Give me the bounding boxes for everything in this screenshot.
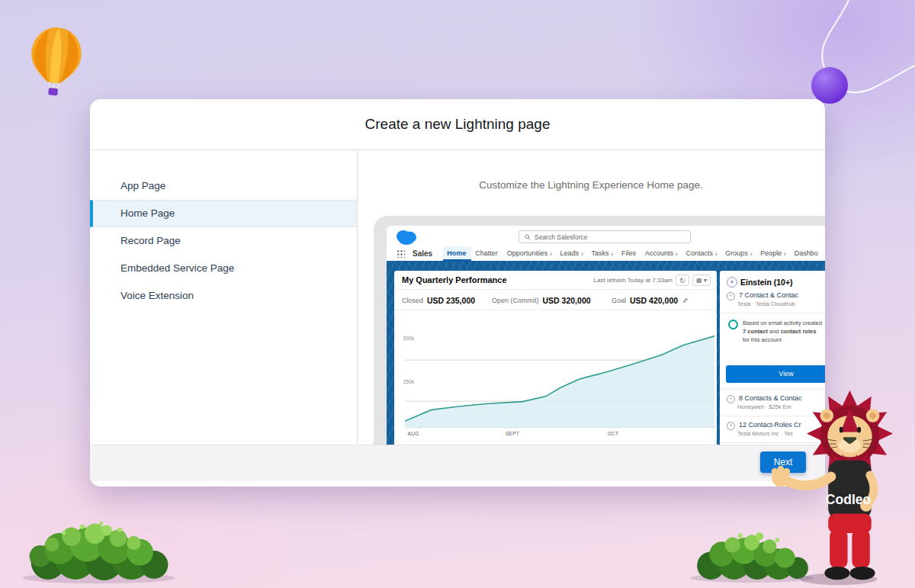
stat-closed: Closed USD 235,000 (402, 291, 475, 310)
stat-goal: Goal USD 420,000 ✎ (612, 291, 688, 310)
header-divider (90, 149, 825, 150)
einstein-item-subtitle: Tesla · Tesla Cloudhub (737, 300, 795, 307)
dialog-footer (90, 445, 825, 481)
card-header: My Quarterly Performance Last refresh To… (394, 271, 717, 290)
salesforce-logo (395, 229, 418, 246)
x-axis-tick: OCT (608, 431, 619, 436)
search-placeholder: Search Salesforce (535, 233, 587, 241)
sidebar-item-embedded-service-page[interactable]: Embedded Service Page (90, 255, 357, 282)
page-description: Customize the Lightning Experience Home … (357, 179, 825, 191)
hot-air-balloon-illustration (27, 25, 84, 99)
x-axis-tick: AUG (408, 431, 419, 436)
performance-stats: Closed USD 235,000 Open (Commit) USD 320… (394, 291, 717, 310)
mascot-shirt-text: Codleo (826, 492, 872, 507)
preview-tab-people: People∨ (756, 246, 790, 261)
card-title: My Quarterly Performance (402, 275, 507, 284)
refresh-icon: ↻ (676, 275, 689, 286)
preview-tab-contacts: Contacts∨ (682, 246, 721, 261)
app-name: Sales (413, 246, 432, 261)
quarterly-performance-card: My Quarterly Performance Last refresh To… (394, 271, 717, 445)
einstein-icon: ✦ (727, 277, 737, 288)
preview-tab-chatter: Chatter (471, 246, 503, 261)
sidebar-item-voice-extension[interactable]: Voice Extension (90, 282, 357, 310)
stat-open-commit: Open (Commit) USD 320,000 (492, 291, 591, 310)
create-lightning-page-dialog: Create a new Lightning page App Page Hom… (90, 99, 825, 487)
einstein-insight-text: Based on email activity created 7 contac… (743, 320, 822, 345)
divider (720, 313, 825, 313)
insight-bullet-icon (728, 320, 738, 329)
sidebar-item-label: Voice Extension (120, 290, 194, 301)
dialog-title: Create a new Lightning page (90, 116, 825, 133)
view-button: View (726, 365, 825, 383)
sidebar-divider (357, 150, 358, 445)
preview-tab-files: Files (618, 246, 641, 261)
plus-circle-icon: + (727, 292, 735, 300)
chart-picker-icon: ▦ ▾ (692, 275, 711, 286)
sidebar-item-record-page[interactable]: Record Page (90, 227, 357, 255)
page-background: Create a new Lightning page App Page Hom… (0, 0, 915, 588)
page-type-list: App Page Home Page Record Page Embedded … (90, 172, 357, 310)
curved-line-decoration (793, 0, 915, 107)
bush-left (17, 509, 181, 583)
einstein-header: ✦ Einstein (10+) (727, 277, 793, 288)
einstein-item: + 7 Contact & Contac (727, 291, 798, 300)
last-refresh-text: Last refresh Today at 7:33am (594, 277, 673, 284)
app-launcher-icon (396, 249, 405, 258)
edit-goal-icon: ✎ (681, 297, 689, 304)
performance-chart (405, 332, 714, 428)
plus-circle-icon: + (727, 395, 735, 403)
purple-circle-decoration (811, 67, 848, 104)
sidebar-item-home-page[interactable]: Home Page (90, 200, 357, 227)
preview-tab-accounts: Accounts∨ (641, 246, 682, 261)
home-page-preview-frame: Search Salesforce Sales Home Chatter Opp… (374, 216, 825, 445)
preview-tab-tasks: Tasks∨ (588, 246, 618, 261)
preview-nav-bar: Sales Home Chatter Opportunities∨ Leads∨… (387, 246, 825, 261)
plus-circle-icon: + (727, 422, 735, 430)
sidebar-item-label: Record Page (120, 235, 181, 246)
sidebar-item-app-page[interactable]: App Page (90, 172, 357, 200)
preview-tab-home: Home (443, 246, 471, 261)
sidebar-item-label: Embedded Service Page (120, 262, 234, 274)
preview-search-bar: Search Salesforce (518, 230, 691, 243)
preview-tab-leads: Leads∨ (557, 246, 588, 261)
x-axis-tick: SEPT (506, 431, 519, 436)
search-icon (525, 234, 531, 240)
preview-tab-opportunities: Opportunities∨ (503, 246, 557, 261)
codleo-lion-mascot: Codleo (762, 387, 907, 588)
preview-tab-groups: Groups∨ (721, 246, 756, 261)
sidebar-item-label: App Page (120, 180, 165, 191)
sidebar-item-label: Home Page (120, 207, 175, 219)
preview-tab-dashboards: Dashbo (791, 246, 822, 261)
home-page-preview: Search Salesforce Sales Home Chatter Opp… (387, 226, 825, 445)
